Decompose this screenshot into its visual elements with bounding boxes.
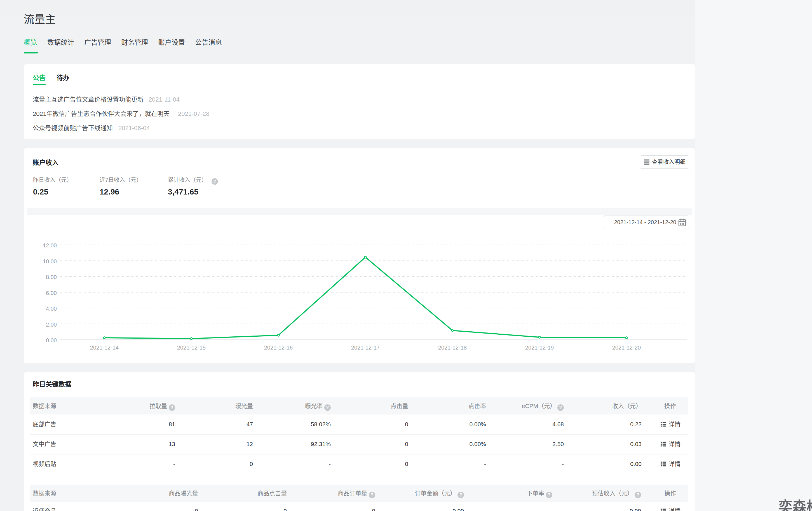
svg-text:4.00: 4.00 — [46, 306, 57, 312]
svg-text:2.00: 2.00 — [46, 321, 57, 328]
svg-text:2021-12-14: 2021-12-14 — [90, 344, 119, 351]
svg-text:0.00: 0.00 — [46, 337, 57, 343]
svg-text:12.00: 12.00 — [43, 243, 57, 249]
svg-text:2021-12-17: 2021-12-17 — [351, 344, 380, 351]
svg-text:6.00: 6.00 — [46, 290, 57, 296]
svg-text:2021-12-15: 2021-12-15 — [177, 344, 206, 351]
svg-text:2021-12-19: 2021-12-19 — [525, 344, 554, 351]
svg-text:8.00: 8.00 — [46, 274, 57, 280]
svg-text:2021-12-20: 2021-12-20 — [612, 344, 641, 351]
svg-text:10.00: 10.00 — [43, 258, 57, 264]
svg-text:2021-12-18: 2021-12-18 — [438, 344, 467, 351]
svg-text:2021-12-16: 2021-12-16 — [264, 344, 293, 351]
